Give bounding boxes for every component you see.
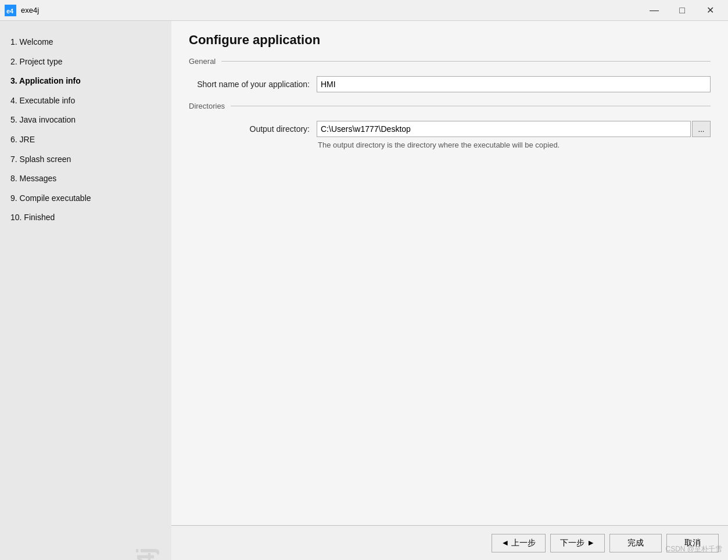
output-directory-label: Output directory: (195, 124, 317, 134)
sidebar-item-java-invocation[interactable]: 5. Java invocation (0, 110, 171, 130)
sidebar-item-finished[interactable]: 10. Finished (0, 208, 171, 228)
maximize-button[interactable]: □ (669, 2, 695, 19)
window-controls: — □ ✕ (641, 2, 723, 19)
content-area: Configure application General Short name… (171, 21, 728, 560)
short-name-label: Short name of your application: (195, 80, 317, 89)
csdn-watermark: CSDN @至朴千雪 (665, 544, 722, 554)
output-directory-row: Output directory: ... (189, 121, 711, 137)
titlebar: e4 exe4j — □ ✕ (0, 0, 728, 21)
content-main: Configure application General Short name… (171, 21, 728, 525)
directories-section-line (231, 106, 711, 106)
sidebar-nav: 1. Welcome2. Project type3. Application … (0, 27, 171, 554)
sidebar-item-splash-screen[interactable]: 7. Splash screen (0, 150, 171, 170)
sidebar-item-project-type[interactable]: 2. Project type (0, 52, 171, 72)
sidebar-item-messages[interactable]: 8. Messages (0, 169, 171, 189)
general-section-divider: General (189, 57, 711, 66)
close-button[interactable]: ✕ (697, 2, 723, 19)
finish-button[interactable]: 完成 (609, 534, 662, 552)
sidebar-item-jre[interactable]: 6. JRE (0, 130, 171, 150)
directories-section-divider: Directories (189, 102, 711, 110)
general-section-line (221, 61, 711, 62)
directories-section-label: Directories (189, 102, 231, 110)
page-title: Configure application (189, 33, 711, 48)
footer-bar: ◄ 上一步 下一步 ► 完成 取消 (171, 525, 728, 560)
short-name-row: Short name of your application: (189, 76, 711, 92)
prev-button[interactable]: ◄ 上一步 (492, 534, 546, 552)
browse-button[interactable]: ... (692, 121, 711, 137)
sidebar-watermark: exe4j (132, 548, 160, 560)
short-name-input[interactable] (317, 76, 711, 92)
next-button[interactable]: 下一步 ► (550, 534, 605, 552)
svg-text:e4: e4 (6, 8, 14, 15)
main-layout: 1. Welcome2. Project type3. Application … (0, 21, 728, 560)
output-directory-hint: The output directory is the directory wh… (189, 141, 711, 149)
sidebar-item-welcome[interactable]: 1. Welcome (0, 33, 171, 52)
sidebar-item-compile-executable[interactable]: 9. Compile executable (0, 189, 171, 209)
sidebar: 1. Welcome2. Project type3. Application … (0, 21, 171, 560)
sidebar-item-application-info[interactable]: 3. Application info (0, 71, 171, 91)
minimize-button[interactable]: — (641, 2, 668, 19)
window-title: exe4j (21, 6, 641, 15)
sidebar-item-executable-info[interactable]: 4. Executable info (0, 91, 171, 111)
general-section-label: General (189, 57, 221, 66)
app-icon: e4 (5, 5, 16, 16)
output-directory-input[interactable] (317, 121, 691, 137)
